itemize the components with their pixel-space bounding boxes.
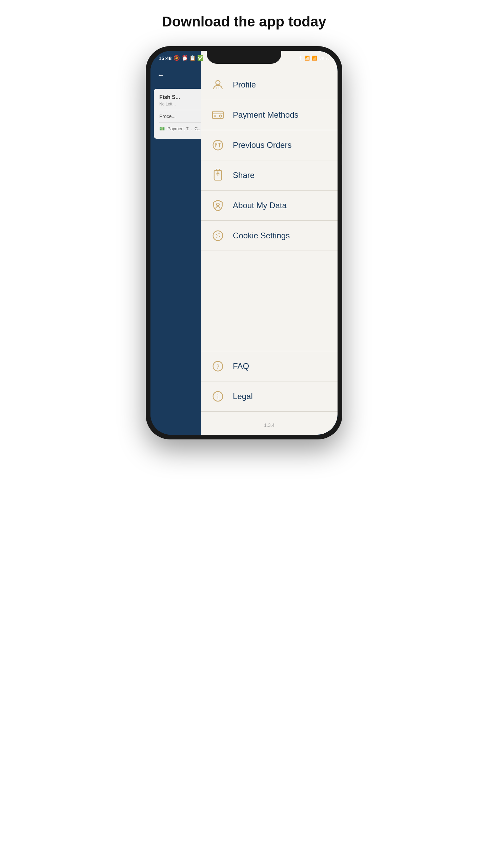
- menu-label-legal: Legal: [233, 392, 253, 401]
- menu-label-cookie-settings: Cookie Settings: [233, 231, 290, 240]
- cookie-icon: [210, 228, 225, 243]
- svg-point-6: [220, 115, 222, 117]
- phone-frame: 15:48 🔕 ⏰ 📋 ✅ ⬆ 📶 📶 89 % ← Fish S... No …: [146, 46, 342, 439]
- status-battery: 89 %: [319, 56, 329, 61]
- svg-point-7: [213, 140, 223, 150]
- status-time: 15:48: [159, 55, 171, 61]
- menu-label-previous-orders: Previous Orders: [233, 140, 291, 150]
- payment-icon: 💵: [159, 126, 165, 131]
- svg-point-0: [216, 80, 220, 85]
- bottom-menu: ? FAQ i Legal: [201, 351, 338, 412]
- menu-item-cookie-settings[interactable]: Cookie Settings: [201, 221, 338, 251]
- page-headline: Download the app today: [162, 14, 326, 30]
- svg-point-15: [216, 234, 217, 235]
- svg-rect-3: [212, 111, 223, 119]
- status-icons: 🔕 ⏰ 📋 ✅: [174, 55, 204, 61]
- status-right: ⬆ 📶 📶 89 %: [299, 56, 329, 61]
- menu-item-payment-methods[interactable]: Payment Methods: [201, 100, 338, 130]
- menu-label-share: Share: [233, 171, 255, 180]
- question-icon: ?: [210, 359, 225, 374]
- menu-item-faq[interactable]: ? FAQ: [201, 351, 338, 381]
- menu-label-profile: Profile: [233, 80, 256, 90]
- drawer-spacer: [201, 251, 338, 351]
- fork-spoon-icon: [210, 138, 225, 153]
- info-icon: i: [210, 389, 225, 404]
- svg-text:?: ?: [217, 363, 219, 370]
- notch: [207, 51, 281, 64]
- side-drawer: Profile Payment Methods: [201, 51, 338, 435]
- status-nav-icon: ⬆: [299, 56, 302, 61]
- card-icon: [210, 107, 225, 122]
- menu-item-previous-orders[interactable]: Previous Orders: [201, 130, 338, 160]
- status-left: 15:48 🔕 ⏰ 📋 ✅: [159, 55, 204, 61]
- menu-item-profile[interactable]: Profile: [201, 70, 338, 100]
- svg-point-19: [218, 235, 219, 236]
- shield-person-icon: [210, 198, 225, 213]
- svg-text:i: i: [217, 393, 219, 400]
- menu-item-share[interactable]: Share: [201, 160, 338, 191]
- side-button-2: [342, 144, 342, 165]
- menu-item-legal[interactable]: i Legal: [201, 381, 338, 412]
- menu-list: Profile Payment Methods: [201, 70, 338, 251]
- version-text: 1.3.4: [201, 418, 338, 435]
- menu-item-about-my-data[interactable]: About My Data: [201, 191, 338, 221]
- side-button-1: [342, 114, 342, 134]
- svg-point-13: [217, 203, 219, 206]
- menu-label-about-my-data: About My Data: [233, 201, 287, 210]
- share-icon: [210, 168, 225, 183]
- back-icon[interactable]: ←: [157, 71, 165, 80]
- person-icon: [210, 77, 225, 92]
- payment-label: Payment T...: [167, 126, 192, 131]
- menu-label-payment-methods: Payment Methods: [233, 110, 298, 120]
- menu-label-faq: FAQ: [233, 361, 249, 371]
- svg-rect-5: [214, 116, 216, 117]
- svg-point-18: [216, 237, 217, 238]
- svg-point-16: [219, 233, 220, 234]
- status-wifi: 📶: [312, 56, 317, 61]
- payment-text: C...: [195, 126, 201, 131]
- svg-point-17: [219, 236, 220, 237]
- phone-screen: 15:48 🔕 ⏰ 📋 ✅ ⬆ 📶 📶 89 % ← Fish S... No …: [150, 51, 338, 435]
- status-signal: 📶: [304, 56, 310, 61]
